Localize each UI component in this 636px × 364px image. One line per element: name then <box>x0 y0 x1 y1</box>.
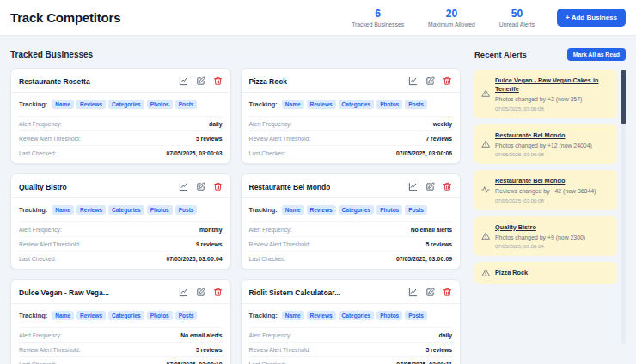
alert-timestamp: 07/05/2025, 03:00:08 <box>495 152 592 157</box>
tracking-label: Tracking: <box>249 312 278 319</box>
alert-frequency-value: daily <box>439 332 453 338</box>
alerts-scrollbar[interactable] <box>621 70 626 344</box>
business-name: Restaurante Rosetta <box>19 77 90 86</box>
info-label: Alert Frequency: <box>249 121 292 127</box>
business-card-header: Restaurante Bel Mondo <box>242 174 461 198</box>
edit-button[interactable] <box>196 288 205 297</box>
alert-business-link[interactable]: Restaurante Bel Mondo <box>495 131 592 140</box>
delete-button[interactable] <box>443 182 452 191</box>
alert-business-link[interactable]: Dulce Vegan - Raw Vegan Cakes in Tenerif… <box>495 76 610 94</box>
tracking-tag-reviews: Reviews <box>307 205 336 215</box>
alert-business-link[interactable]: Pizza Rock <box>495 269 528 277</box>
business-card-header: Riolit Sistem Calculatoar... <box>242 280 461 304</box>
tracking-label: Tracking: <box>249 100 278 108</box>
tracking-tag-reviews: Reviews <box>307 311 336 320</box>
delete-button[interactable] <box>213 182 223 191</box>
delete-button[interactable] <box>443 76 452 86</box>
edit-button[interactable] <box>425 182 435 191</box>
info-label: Review Alert Threshold: <box>19 347 81 353</box>
header-right: 6 Tracked Businesses 20 Maximum Allowed … <box>352 8 626 27</box>
alert-business-link[interactable]: Restaurante Bel Mondo <box>495 177 596 185</box>
alert-business-link[interactable]: Quality Bistro <box>495 223 585 232</box>
alert-item[interactable]: Restaurante Bel Mondo Reviews changed by… <box>474 170 617 210</box>
delete-button[interactable] <box>213 288 223 297</box>
alert-frequency-row: Alert Frequency:weekly <box>249 116 453 130</box>
business-info: Alert Frequency:daily Review Alert Thres… <box>11 116 230 163</box>
edit-pencil-icon <box>425 182 435 191</box>
warning-icon <box>481 269 490 277</box>
card-actions <box>408 76 452 86</box>
business-card-header: Pizza Rock <box>242 69 461 93</box>
tracking-row: Tracking: Name Reviews Categories Photos… <box>11 198 230 221</box>
review-threshold-row: Review Alert Threshold:5 reviews <box>19 130 223 145</box>
view-history-button[interactable] <box>408 182 418 191</box>
tracking-tag-posts: Posts <box>405 205 427 215</box>
edit-button[interactable] <box>196 76 205 86</box>
tracking-tag-photos: Photos <box>147 205 173 215</box>
business-name: Pizza Rock <box>249 77 287 86</box>
review-threshold-row: Review Alert Threshold:5 reviews <box>249 236 453 251</box>
mark-all-read-button[interactable]: Mark All as Read <box>567 48 626 61</box>
last-checked-row: Last Checked:07/05/2025, 03:00:04 <box>19 251 223 265</box>
business-info: Alert Frequency:No email alerts Review A… <box>11 327 230 364</box>
view-history-button[interactable] <box>408 76 418 86</box>
warning-icon <box>481 232 490 240</box>
view-history-button[interactable] <box>179 182 188 191</box>
edit-button[interactable] <box>425 288 435 297</box>
tracking-tag-categories: Categories <box>108 205 144 215</box>
alert-frequency-row: Alert Frequency:monthly <box>19 221 223 236</box>
tracking-tag-posts: Posts <box>175 100 198 109</box>
delete-button[interactable] <box>443 288 452 297</box>
edit-button[interactable] <box>196 182 205 191</box>
card-actions <box>179 76 223 86</box>
last-checked-row: Last Checked:07/05/2025, 03:00:10 <box>19 356 223 364</box>
alert-item[interactable]: Pizza Rock <box>474 262 617 284</box>
scrollbar-thumb[interactable] <box>621 70 626 124</box>
business-info: Alert Frequency:monthly Review Alert Thr… <box>11 221 230 269</box>
tracking-tag-name: Name <box>52 311 74 320</box>
info-label: Review Alert Threshold: <box>249 241 311 247</box>
review-threshold-row: Review Alert Threshold:5 reviews <box>249 342 453 356</box>
tracking-tag-reviews: Reviews <box>76 100 106 109</box>
tracking-tag-categories: Categories <box>339 205 375 215</box>
line-chart-icon <box>408 288 418 297</box>
tracking-label: Tracking: <box>19 206 47 214</box>
recent-alerts-panel: Recent Alerts Mark All as Read Dulce Veg… <box>474 46 626 364</box>
tracking-row: Tracking: Name Reviews Categories Photos… <box>11 304 230 327</box>
alert-item[interactable]: Restaurante Bel Mondo Photos changed by … <box>474 124 617 165</box>
info-label: Review Alert Threshold: <box>19 136 81 142</box>
alert-frequency-value: daily <box>209 121 223 127</box>
view-history-button[interactable] <box>179 76 188 86</box>
view-history-button[interactable] <box>179 288 188 297</box>
business-cards-grid: Restaurante Rosetta Tracking: Name Revie… <box>10 68 461 364</box>
alerts-list: Dulce Vegan - Raw Vegan Cakes in Tenerif… <box>474 70 626 284</box>
alert-message: Photos changed by +12 (now 24004) <box>495 142 592 149</box>
edit-button[interactable] <box>425 76 435 86</box>
business-card-header: Restaurante Rosetta <box>11 69 230 93</box>
add-business-button[interactable]: + Add Business <box>557 9 626 27</box>
tracking-tag-reviews: Reviews <box>76 311 106 320</box>
stat-value: 50 <box>499 8 535 20</box>
tracking-tag-posts: Posts <box>405 100 427 109</box>
tracking-tag-categories: Categories <box>339 100 375 109</box>
review-threshold-row: Review Alert Threshold:9 reviews <box>19 236 223 251</box>
business-card-header: Dulce Vegan - Raw Vega... <box>11 280 230 304</box>
alert-frequency-row: Alert Frequency:daily <box>249 327 453 342</box>
alert-frequency-row: Alert Frequency:No email alerts <box>19 327 223 342</box>
stat-label: Unread Alerts <box>499 21 535 27</box>
alert-item[interactable]: Dulce Vegan - Raw Vegan Cakes in Tenerif… <box>474 70 617 118</box>
alerts-header: Recent Alerts Mark All as Read <box>474 48 626 61</box>
stat-unread-alerts: 50 Unread Alerts <box>499 8 535 27</box>
view-history-button[interactable] <box>408 288 418 297</box>
delete-button[interactable] <box>213 76 223 86</box>
business-name: Riolit Sistem Calculatoar... <box>249 288 341 297</box>
last-checked-value: 07/05/2025, 03:00:03 <box>166 150 222 156</box>
alert-frequency-row: Alert Frequency:No email alerts <box>249 221 453 236</box>
stat-maximum-allowed: 20 Maximum Allowed <box>428 8 475 27</box>
alert-item[interactable]: Quality Bistro Photos changed by +9 (now… <box>474 216 617 257</box>
review-threshold-value: 5 reviews <box>196 136 223 142</box>
tracking-tag-photos: Photos <box>376 205 402 215</box>
trash-icon <box>213 76 223 86</box>
activity-icon <box>481 185 490 194</box>
alert-frequency-value: weekly <box>433 121 452 127</box>
